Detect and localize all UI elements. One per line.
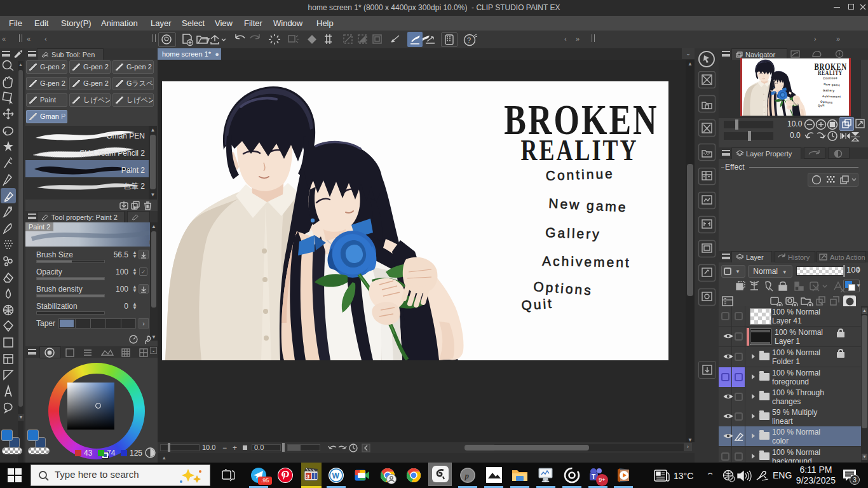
svg-text:Continue: Continue xyxy=(545,166,614,183)
svg-text:Achivement: Achivement xyxy=(542,254,631,269)
svg-text:Quit: Quit xyxy=(521,296,554,313)
svg-text:p: p xyxy=(465,471,470,480)
svg-text:?: ? xyxy=(467,36,471,44)
svg-text:Options: Options xyxy=(533,279,593,297)
svg-text:Gallery: Gallery xyxy=(545,225,601,241)
svg-text:3: 3 xyxy=(306,473,309,480)
svg-text:REALITY: REALITY xyxy=(520,134,638,167)
svg-text:W: W xyxy=(332,471,340,480)
svg-text:New game: New game xyxy=(548,196,628,214)
svg-text:T: T xyxy=(592,473,595,480)
